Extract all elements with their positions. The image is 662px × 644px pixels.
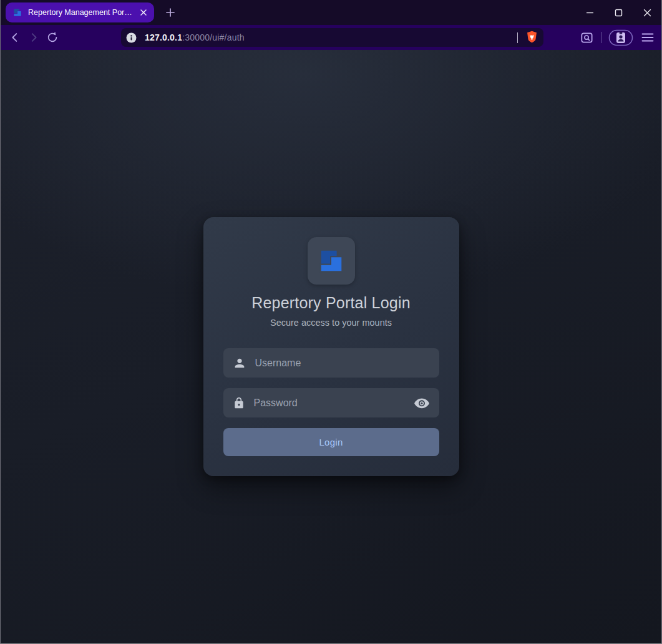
navigation-bar: 127.0.0.1:30000/ui#/auth (1, 25, 661, 50)
login-card: Repertory Portal Login Secure access to … (203, 217, 459, 476)
reload-button[interactable] (44, 29, 61, 46)
forward-button[interactable] (26, 29, 42, 46)
lock-icon (233, 396, 245, 410)
password-field[interactable] (223, 388, 439, 417)
tab-close-icon[interactable] (138, 7, 149, 18)
show-password-eye-icon[interactable] (414, 395, 430, 411)
address-bar[interactable]: 127.0.0.1:30000/ui#/auth (121, 28, 543, 47)
back-button[interactable] (7, 29, 23, 46)
favicon-logo-icon (12, 7, 22, 17)
browser-tab[interactable]: Repertory Management Portal (6, 2, 154, 22)
brave-shield-icon[interactable] (526, 31, 538, 44)
close-window-button[interactable] (633, 0, 661, 25)
url-text: 127.0.0.1:30000/ui#/auth (145, 32, 245, 42)
window-controls (575, 0, 661, 25)
toolbar-right (580, 25, 655, 50)
site-info-icon[interactable] (126, 32, 137, 43)
tab-title: Repertory Management Portal (28, 8, 132, 17)
titlebar: Repertory Management Portal (1, 0, 661, 25)
url-path: :30000/ui#/auth (182, 32, 245, 42)
login-title: Repertory Portal Login (251, 293, 411, 312)
toolbar-divider (601, 32, 601, 43)
username-field[interactable] (223, 348, 439, 378)
url-host: 127.0.0.1 (145, 32, 182, 42)
profile-badge-icon[interactable] (608, 29, 633, 46)
menu-icon[interactable] (640, 30, 655, 45)
new-tab-button[interactable] (162, 4, 179, 21)
login-subtitle: Secure access to your mounts (270, 317, 392, 328)
address-divider (517, 32, 518, 43)
sidebar-panel-icon[interactable] (580, 31, 594, 45)
password-input[interactable] (254, 398, 405, 409)
login-button[interactable]: Login (223, 428, 439, 456)
username-input[interactable] (255, 358, 430, 369)
person-icon (233, 356, 246, 370)
browser-window: Repertory Management Portal (0, 0, 662, 644)
page-content: Repertory Portal Login Secure access to … (1, 50, 661, 643)
minimize-button[interactable] (575, 0, 604, 25)
maximize-button[interactable] (604, 0, 633, 25)
repertory-logo-icon (308, 237, 355, 285)
